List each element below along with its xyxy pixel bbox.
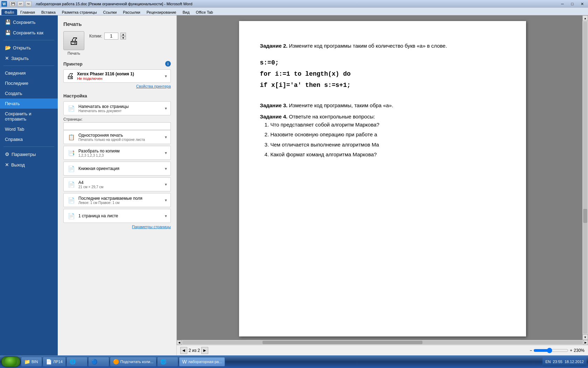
document-preview-area: Задание 2. Измените код программы таким … [177, 15, 588, 355]
ribbon-tab-файл[interactable]: Файл [1, 9, 17, 15]
prev-page-btn[interactable]: ◀ [180, 347, 187, 354]
scroll-left-btn[interactable]: ◀ [177, 340, 182, 345]
ribbon-tab-рецензирование[interactable]: Рецензирование [144, 9, 180, 15]
redo-quick-btn[interactable]: ↪ [25, 1, 31, 7]
taskbar-item-icon-4: 🟠 [113, 359, 119, 364]
sidebar-item-выход[interactable]: ✕Выход [0, 159, 58, 170]
dropdown-content-6: 1 страница на листе [78, 213, 162, 218]
sidebar-item-word-tab[interactable]: Word Tab [0, 124, 58, 134]
save-quick-btn[interactable]: 💾 [10, 1, 16, 7]
sidebar-item-создать[interactable]: Создать [0, 88, 58, 98]
sidebar-item-справка[interactable]: Справка [0, 134, 58, 144]
task2-title: Задание 2. [260, 43, 288, 49]
start-button[interactable] [1, 356, 20, 367]
window-controls: ─ □ ✕ [558, 1, 587, 7]
sidebar-item-параметры[interactable]: ⚙Параметры [0, 149, 58, 159]
printer-dropdown-arrow[interactable]: ▼ [164, 74, 168, 78]
dropdown-content-5: Последние настраиваемые поляЛевое: 1 см … [78, 196, 162, 205]
dropdown-main-1: Односторонняя печать [78, 133, 162, 138]
dropdown-main-2: Разобрать по копиям [78, 149, 162, 154]
printer-properties-link[interactable]: Свойства принтера [63, 84, 171, 88]
quick-access-toolbar: 💾 ↩ ↪ [10, 1, 31, 7]
ribbon-tab-разметка-страницы[interactable]: Разметка страницы [59, 9, 100, 15]
dropdown-arrow-6[interactable]: ▼ [164, 214, 168, 218]
print-section-title: Печать [63, 21, 171, 27]
sidebar-item-label: Word Tab [5, 127, 24, 132]
minimize-button[interactable]: ─ [558, 1, 567, 7]
sidebar-item-открыть[interactable]: 📂Открыть [0, 42, 58, 53]
sidebar-item-icon: 💾 [5, 19, 11, 25]
ribbon-tab-главная[interactable]: Главная [17, 9, 38, 15]
print-settings-panel: Печать 🖨 Печать Копии: ▲ ▼ Принтер i [58, 15, 177, 355]
ribbon-tab-вставка[interactable]: Вставка [38, 9, 59, 15]
sidebar-item-последние[interactable]: Последние [0, 78, 58, 88]
titlebar-title: лабораторная работа 15.doc [Режим ограни… [36, 2, 192, 6]
sidebar-separator-3 [4, 146, 54, 147]
scroll-right-btn[interactable]: ▶ [583, 340, 588, 345]
ribbon-tab-office-tab[interactable]: Office Tab [193, 9, 216, 15]
sidebar: 💾Сохранить💾Сохранить как📂Открыть✕Закрыть… [0, 15, 58, 355]
sidebar-item-label: Сохранить [13, 20, 36, 25]
sidebar-item-icon: ✕ [5, 55, 9, 61]
copies-up-btn[interactable]: ▲ [120, 33, 126, 36]
ribbon-tab-ссылки[interactable]: Ссылки [100, 9, 120, 15]
sidebar-item-icon: 📂 [5, 45, 11, 50]
settings-dropdown-1[interactable]: 📋Односторонняя печатьПечатать только на … [63, 130, 171, 144]
copies-down-btn[interactable]: ▼ [120, 36, 126, 40]
scroll-thumb[interactable] [583, 209, 587, 223]
settings-dropdown-4[interactable]: 📄А421 см × 29,7 см▼ [63, 177, 171, 191]
printer-info-icon[interactable]: i [165, 61, 171, 67]
next-page-btn[interactable]: ▶ [201, 347, 208, 354]
taskbar-item-0[interactable]: 📁BIN [21, 357, 42, 367]
dropdown-sub-0: Напечатать весь документ [78, 109, 162, 113]
restore-button[interactable]: □ [568, 1, 577, 7]
h-scroll-thumb[interactable] [262, 341, 422, 344]
ribbon-tab-рассылки[interactable]: Рассылки [120, 9, 143, 15]
taskbar-item-1[interactable]: 📄ЛР14 [43, 357, 66, 367]
ribbon-tab-вид[interactable]: Вид [180, 9, 193, 15]
page-settings-link[interactable]: Параметры страницы [63, 225, 171, 229]
settings-dropdown-5[interactable]: 📄Последние настраиваемые поляЛевое: 1 см… [63, 193, 171, 207]
settings-dropdown-0[interactable]: 📄Напечатать все страницыНапечатать весь … [63, 101, 171, 115]
zoom-in-btn[interactable]: + [570, 348, 572, 353]
settings-dropdown-3[interactable]: 📄Книжная ориентация▼ [63, 162, 171, 176]
pages-input[interactable] [63, 122, 171, 130]
zoom-out-btn[interactable]: − [530, 348, 532, 353]
sidebar-item-закрыть[interactable]: ✕Закрыть [0, 53, 58, 63]
zoom-slider[interactable] [533, 348, 568, 353]
sidebar-item-сохранить[interactable]: 💾Сохранить [0, 17, 58, 27]
scroll-down-btn[interactable]: ▼ [582, 334, 588, 340]
task2-paragraph: Задание 2. Измените код программы таким … [260, 42, 509, 50]
clock-date: 18.12.2012 [565, 360, 584, 364]
system-tray: EN 23:55 18.12.2012 [542, 357, 587, 367]
dropdown-arrow-1[interactable]: ▼ [164, 135, 168, 139]
sidebar-item-сведения[interactable]: Сведения [0, 68, 58, 78]
undo-quick-btn[interactable]: ↩ [18, 1, 24, 7]
taskbar-item-3[interactable]: 🔵 [88, 357, 109, 367]
dropdown-arrow-0[interactable]: ▼ [164, 107, 168, 110]
dropdown-arrow-4[interactable]: ▼ [164, 183, 168, 186]
taskbar-item-4[interactable]: 🟠Подсчитать коли... [110, 357, 157, 367]
dropdown-arrow-5[interactable]: ▼ [164, 198, 168, 202]
dropdown-arrow-2[interactable]: ▼ [164, 151, 168, 155]
taskbar-item-2[interactable]: 🌐 [66, 357, 88, 367]
dropdown-arrow-3[interactable]: ▼ [164, 167, 168, 171]
taskbar-item-6[interactable]: Wлабораторная ра... [179, 357, 225, 367]
pages-label: Страницы: [63, 117, 171, 121]
dropdown-main-3: Книжная ориентация [78, 166, 162, 171]
sidebar-item-печать[interactable]: Печать [0, 98, 58, 109]
settings-dropdown-6[interactable]: 📄1 страница на листе▼ [63, 209, 171, 223]
printer-selector[interactable]: 🖨 Xerox Phaser 3116 (копия 1) Не подключ… [63, 69, 171, 83]
copies-input[interactable] [104, 33, 118, 40]
settings-dropdown-2[interactable]: 📑Разобрать по копиям1,2,3 1,2,3 1,2,3▼ [63, 146, 171, 160]
dropdown-icon-1: 📋 [66, 132, 76, 142]
close-button[interactable]: ✕ [578, 1, 587, 7]
sidebar-item-сохранить-и-отправить[interactable]: Сохранить и отправить [0, 109, 58, 124]
scroll-up-btn[interactable]: ▲ [582, 15, 588, 21]
h-scroll-track [182, 341, 582, 344]
print-button[interactable]: 🖨 [63, 31, 84, 50]
questions-list: Что представляет собой алгоритм Маркова?… [271, 121, 509, 159]
language-indicator: EN [545, 360, 551, 364]
sidebar-item-сохранить-как[interactable]: 💾Сохранить как [0, 27, 58, 38]
taskbar-item-5[interactable]: 🌐 [157, 357, 178, 367]
